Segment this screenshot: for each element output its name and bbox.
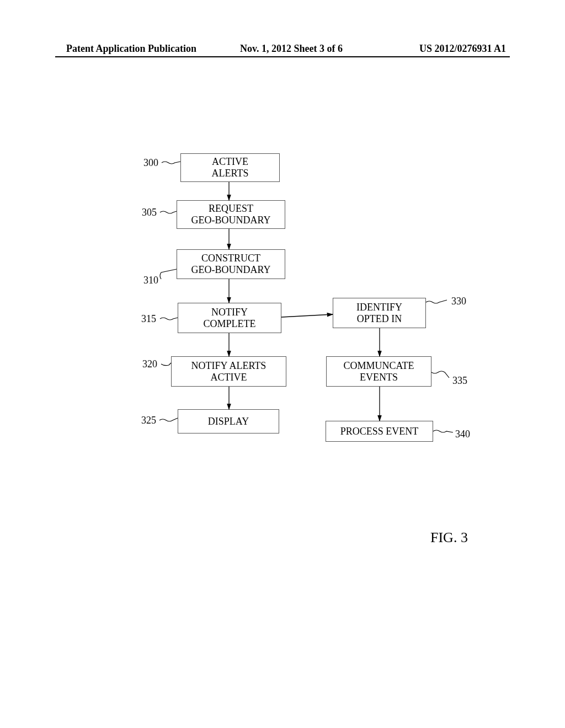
connectors — [0, 0, 565, 728]
svg-line-5 — [281, 314, 333, 317]
